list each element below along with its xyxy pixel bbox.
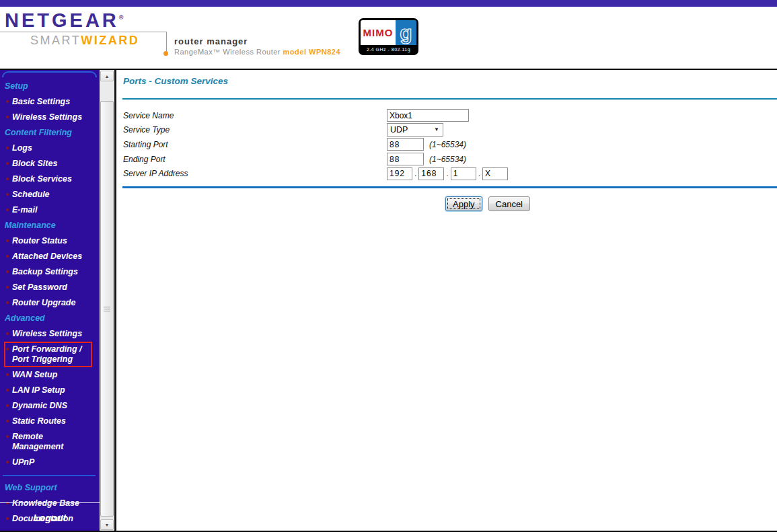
sidebar-label: Dynamic DNS bbox=[12, 401, 67, 410]
sidebar-item-e-mail[interactable]: E-mail bbox=[0, 202, 100, 218]
sidebar-label: WAN Setup bbox=[12, 370, 57, 379]
router-admin-page: NETGEAR® SMARTWIZARD router manager Rang… bbox=[0, 0, 777, 532]
sidebar-section-content-filtering: Content Filtering bbox=[0, 125, 100, 141]
form-row: Service Type UDP ▼ bbox=[116, 123, 777, 138]
service-type-value: UDP bbox=[387, 125, 434, 135]
ip-octet-1-input[interactable] bbox=[387, 167, 412, 180]
sidebar-section-setup: Setup bbox=[0, 79, 100, 94]
sidebar-label: E-mail bbox=[12, 205, 38, 215]
header: NETGEAR® SMARTWIZARD router manager Rang… bbox=[0, 7, 777, 69]
bullet-icon bbox=[6, 332, 9, 335]
sidebar-item-backup-settings[interactable]: Backup Settings bbox=[0, 264, 100, 280]
custom-service-form: Service Name Service Type UDP ▼ Starting… bbox=[116, 108, 777, 181]
ending-port-label: Ending Port bbox=[116, 155, 387, 164]
sidebar-item-logs[interactable]: Logs bbox=[0, 141, 100, 156]
sidebar-label: Setup bbox=[5, 81, 28, 91]
bullet-icon bbox=[6, 286, 9, 289]
bullet-icon bbox=[6, 147, 9, 149]
ip-separator: . bbox=[446, 169, 448, 178]
sidebar-label: Logs bbox=[12, 143, 32, 153]
sidebar-label: UPnP bbox=[12, 457, 34, 467]
netgear-logo: NETGEAR® bbox=[5, 9, 123, 32]
sidebar-label: Attached Devices bbox=[12, 252, 82, 261]
bullet-icon bbox=[6, 301, 9, 304]
form-row: Starting Port (1~65534) bbox=[116, 137, 777, 152]
scroll-down-icon: ▼ bbox=[105, 523, 110, 527]
sidebar-label: Static Routes bbox=[12, 416, 66, 426]
registered-mark: ® bbox=[119, 14, 124, 21]
sidebar-section-web-support: Web Support bbox=[0, 480, 100, 496]
bullet-icon bbox=[6, 162, 9, 165]
sidebar: SetupBasic SettingsWireless SettingsCont… bbox=[0, 70, 100, 531]
title-divider bbox=[122, 98, 777, 100]
ip-octet-4-input[interactable] bbox=[482, 167, 508, 180]
sidebar-label: Block Services bbox=[12, 174, 72, 184]
service-type-label: Service Type bbox=[116, 125, 387, 135]
sidebar-item-block-services[interactable]: Block Services bbox=[0, 172, 100, 187]
logout-button[interactable]: Logout bbox=[33, 512, 66, 523]
sidebar-item-router-status[interactable]: Router Status bbox=[0, 233, 100, 249]
smart-text: SMART bbox=[30, 34, 81, 47]
sidebar-item-remote-management[interactable]: Remote Management bbox=[0, 429, 100, 455]
smartwizard-logo: SMARTWIZARD bbox=[30, 34, 139, 48]
sidebar-label: Backup Settings bbox=[12, 267, 78, 276]
ip-octet-3-input[interactable] bbox=[451, 167, 476, 180]
bullet-icon bbox=[6, 100, 9, 103]
sidebar-label: Remote Management bbox=[12, 432, 63, 451]
apply-button[interactable]: Apply bbox=[445, 196, 482, 211]
wizard-text: WIZARD bbox=[81, 34, 139, 47]
sidebar-label: Content Filtering bbox=[5, 128, 72, 137]
sidebar-item-basic-settings[interactable]: Basic Settings bbox=[0, 94, 100, 110]
sidebar-label: Schedule bbox=[12, 190, 50, 199]
band-label: 2.4 GHz - 802.11g bbox=[361, 45, 416, 55]
mimo-g-badge: MIMO g 2.4 GHz - 802.11g bbox=[359, 18, 418, 55]
logout-area: Logout bbox=[0, 502, 100, 531]
button-row: Apply Cancel bbox=[445, 196, 530, 211]
ip-separator: . bbox=[414, 169, 416, 178]
scrollbar-up-button[interactable]: ▲ bbox=[100, 71, 114, 81]
sidebar-item-schedule[interactable]: Schedule bbox=[0, 187, 100, 202]
sidebar-item-wireless-settings[interactable]: Wireless Settings bbox=[0, 110, 100, 125]
sidebar-item-wireless-settings[interactable]: Wireless Settings bbox=[0, 326, 100, 342]
sidebar-item-dynamic-dns[interactable]: Dynamic DNS bbox=[0, 398, 100, 414]
sidebar-label: Block Sites bbox=[12, 159, 57, 168]
sidebar-item-static-routes[interactable]: Static Routes bbox=[0, 414, 100, 429]
service-type-select[interactable]: UDP ▼ bbox=[387, 123, 443, 137]
sidebar-label: Port Forwarding / Port Triggering bbox=[12, 344, 81, 364]
sidebar-label: Router Upgrade bbox=[12, 298, 75, 307]
form-row: Service Name bbox=[116, 108, 777, 123]
sidebar-item-block-sites[interactable]: Block Sites bbox=[0, 156, 100, 172]
sidebar-item-lan-ip-setup[interactable]: LAN IP Setup bbox=[0, 383, 100, 398]
sidebar-item-port-forwarding-port-triggering[interactable]: Port Forwarding / Port Triggering bbox=[4, 342, 92, 367]
starting-port-range-hint: (1~65534) bbox=[429, 140, 466, 149]
bullet-icon bbox=[6, 255, 9, 258]
sidebar-divider bbox=[3, 475, 96, 476]
sidebar-item-attached-devices[interactable]: Attached Devices bbox=[0, 249, 100, 264]
sidebar-item-wan-setup[interactable]: WAN Setup bbox=[0, 367, 100, 383]
bullet-icon bbox=[6, 435, 9, 438]
sidebar-item-set-password[interactable]: Set Password bbox=[0, 280, 100, 295]
scrollbar-thumb[interactable] bbox=[100, 101, 114, 517]
sidebar-section-advanced: Advanced bbox=[0, 311, 100, 326]
sidebar-scrollbar[interactable]: ▲ ▼ bbox=[100, 70, 114, 531]
sidebar-item-router-upgrade[interactable]: Router Upgrade bbox=[0, 295, 100, 311]
sidebar-section-maintenance: Maintenance bbox=[0, 218, 100, 233]
bullet-icon bbox=[6, 239, 9, 242]
bullet-icon bbox=[6, 461, 9, 463]
cancel-button[interactable]: Cancel bbox=[488, 196, 530, 211]
starting-port-input[interactable] bbox=[387, 138, 424, 151]
scroll-up-icon: ▲ bbox=[105, 74, 110, 79]
sidebar-label: Web Support bbox=[5, 483, 57, 492]
ending-port-input[interactable] bbox=[387, 153, 424, 165]
sidebar-item-upnp[interactable]: UPnP bbox=[0, 455, 100, 470]
scrollbar-down-button[interactable]: ▼ bbox=[100, 519, 114, 530]
top-purple-strip bbox=[0, 0, 777, 7]
product-name: RangeMax™ Wireless Router bbox=[174, 48, 283, 56]
sidebar-label: Router Status bbox=[12, 236, 67, 245]
form-divider bbox=[122, 186, 777, 188]
bullet-icon bbox=[6, 420, 9, 422]
service-name-input[interactable] bbox=[387, 109, 469, 122]
sidebar-label: Basic Settings bbox=[12, 97, 70, 106]
ip-octet-2-input[interactable] bbox=[418, 167, 444, 180]
product-model: model WPN824 bbox=[283, 48, 340, 56]
